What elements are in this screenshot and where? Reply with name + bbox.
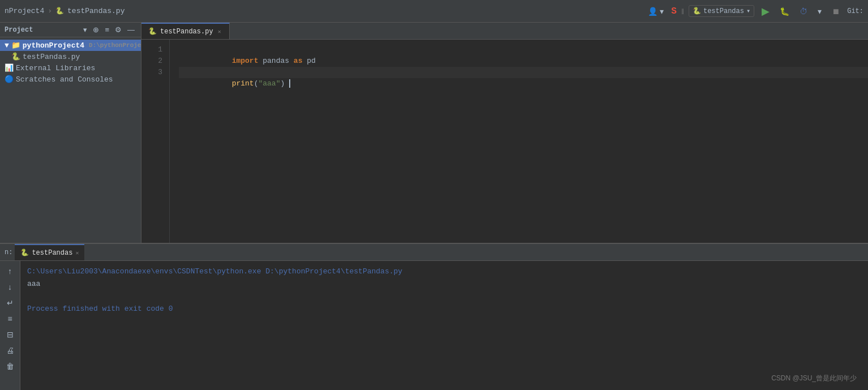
line-num-2: 2 [151,55,162,67]
top-toolbar: nProject4 › 🐍 testPandas.py 👤 ▾ S ∥ 🐍 te… [0,0,868,23]
editor-panel: 🐍 testPandas.py ✕ 1 2 3 import pandas as… [141,23,868,243]
wrap-btn[interactable]: ↵ [2,296,18,310]
project-path: D:\pythonProject4 [89,42,141,49]
bottom-tab-close-btn[interactable]: ✕ [75,250,79,256]
console-output: C:\Users\Liu2003\Anacondaexe\envs\CSDNTe… [20,261,868,390]
project-name: pythonProject4 [23,41,84,50]
toolbar-actions: 👤 ▾ S ∥ 🐍 testPandas ▾ ▶ 🐛 ⏱ ▾ ⏹ Git: [645,3,863,19]
sidebar-title: Project [5,26,79,34]
main-layout: Project ▾ ⊕ ≡ ⚙ — ▼ 📁 pythonProject4 D:\… [0,23,868,390]
code-plain-1: pandas [258,57,293,65]
profile-button[interactable]: ⏱ [797,5,810,18]
sidebar-toggle[interactable]: ▾ [81,25,89,35]
tab-file-icon: 🐍 [148,27,157,36]
ext-lib-icon: 📊 [5,63,14,72]
tree-project-root[interactable]: ▼ 📁 pythonProject4 D:\pythonProject4 [0,40,141,51]
console-exit-message: Process finished with exit code 0 [27,305,173,313]
line-num-3: 3 [151,67,162,78]
breadcrumb-separator: › [48,7,52,15]
bottom-tab-bar: n: 🐍 testPandas ✕ [0,244,868,261]
bottom-tab-icon: 🐍 [20,248,29,257]
code-editor[interactable]: 1 2 3 import pandas as pd print("aaa") [141,40,868,243]
bottom-tab-label: testPandas [32,249,72,257]
code-plain-2: pd [302,57,315,65]
console-process-line: Process finished with exit code 0 [27,303,861,315]
run-config-name: testPandas [703,7,744,15]
tree-external-libraries[interactable]: 📊 External Libraries [0,62,141,74]
func-print: print [232,79,254,88]
scratch-icon: 🔵 [5,75,14,84]
file-name: testPandas.py [23,53,80,61]
str-aaa: "aaa" [258,79,280,88]
sidebar-add-btn[interactable]: ⊕ [91,25,101,35]
console-command-line: C:\Users\Liu2003\Anacondaexe\envs\CSDNTe… [27,265,861,278]
bottom-sidebar-icons: ↑ ↓ ↵ ≡ ⊟ 🖨 🗑 [0,261,20,390]
scroll-down-btn[interactable]: ↓ [2,280,18,294]
tab-close-btn[interactable]: ✕ [217,28,222,36]
tree-scratches-consoles[interactable]: 🔵 Scratches and Consoles [0,74,141,85]
project-tree: ▼ 📁 pythonProject4 D:\pythonProject4 🐍 t… [0,37,141,243]
scratches-label: Scratches and Consoles [16,75,113,84]
run-config-icon: 🐍 [693,7,701,15]
stop-button[interactable]: ⏹ [829,5,843,18]
console-output-aaa: aaa [27,278,861,290]
breadcrumb-file: testPandas.py [67,7,124,15]
print-btn[interactable]: 🖨 [2,344,18,357]
editor-tab-bar: 🐍 testPandas.py ✕ [141,23,868,40]
run-config-selector[interactable]: 🐍 testPandas ▾ [689,5,754,17]
tab-label: testPandas.py [160,28,213,36]
line-num-1: 1 [151,44,162,55]
align-btn[interactable]: ≡ [2,312,18,325]
user-button[interactable]: 👤 ▾ [645,5,667,18]
breadcrumb-file-icon: 🐍 [55,7,64,15]
sidebar-toolbar: Project ▾ ⊕ ≡ ⚙ — [0,23,141,37]
folder-icon: ▼ [5,41,9,50]
chevron-down-icon: ▾ [746,7,750,15]
watermark: CSDN @JSU_曾是此间年少 [771,374,857,383]
bottom-tab-testpandas[interactable]: 🐍 testPandas ✕ [15,244,84,260]
editor-area: Project ▾ ⊕ ≡ ⚙ — ▼ 📁 pythonProject4 D:\… [0,23,868,243]
bottom-panel: n: 🐍 testPandas ✕ ↑ ↓ ↵ ≡ ⊟ 🖨 🗑 [0,243,868,390]
scratchy-icon: S [671,6,677,16]
external-libraries-label: External Libraries [16,64,95,72]
bottom-label-n: n: [2,248,15,256]
code-line-3: print("aaa") [179,67,868,78]
keyword-as: as [294,57,303,65]
scratchy-expand: ∥ [681,8,684,15]
sidebar: Project ▾ ⊕ ≡ ⚙ — ▼ 📁 pythonProject4 D:\… [0,23,141,243]
sidebar-minimize-btn[interactable]: — [126,25,136,35]
tree-file-testpandas[interactable]: 🐍 testPandas.py [0,51,141,62]
code-content[interactable]: import pandas as pd print("aaa") [170,40,868,243]
bottom-content: ↑ ↓ ↵ ≡ ⊟ 🖨 🗑 C:\Users\Liu2003\Anacondae… [0,261,868,390]
text-cursor [285,79,290,88]
scroll-up-btn[interactable]: ↑ [2,264,18,278]
code-line-1: import pandas as pd [179,44,868,55]
console-command: C:\Users\Liu2003\Anacondaexe\envs\CSDNTe… [27,267,402,276]
keyword-import: import [232,57,259,65]
breadcrumb-project: nProject4 [5,7,44,15]
debug-button[interactable]: 🐛 [777,5,792,18]
git-label: Git: [847,7,863,15]
editor-tab-testpandas[interactable]: 🐍 testPandas.py ✕ [141,23,230,39]
line-numbers: 1 2 3 [141,40,170,243]
console-blank-line [27,290,861,303]
py-file-icon: 🐍 [11,52,20,61]
clear-btn[interactable]: 🗑 [2,359,18,373]
collapse-btn[interactable]: ⊟ [2,328,18,341]
sidebar-settings-btn[interactable]: ⚙ [113,25,123,35]
run-button[interactable]: ▶ [759,3,772,19]
project-icon: 📁 [11,41,20,50]
sidebar-collapse-btn[interactable]: ≡ [103,25,111,35]
more-run-button[interactable]: ▾ [815,5,824,18]
breadcrumb-area: nProject4 › 🐍 testPandas.py [5,7,124,15]
console-aaa: aaa [27,280,40,288]
